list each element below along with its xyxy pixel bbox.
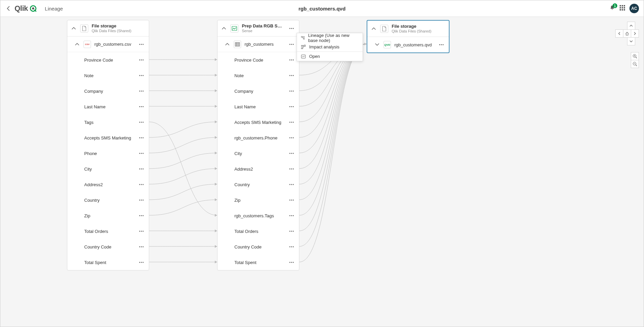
- field-name: Phone: [84, 151, 97, 156]
- more-menu-button[interactable]: [288, 243, 296, 251]
- more-menu-button[interactable]: [288, 134, 296, 142]
- svg-point-112: [443, 44, 444, 45]
- svg-point-83: [290, 137, 291, 138]
- expand-toggle[interactable]: [374, 42, 380, 48]
- app-launcher-button[interactable]: [619, 5, 625, 12]
- more-menu-button[interactable]: [137, 165, 145, 173]
- svg-point-108: [291, 262, 292, 263]
- zoom-out-icon: [632, 62, 637, 66]
- svg-rect-6: [622, 7, 623, 8]
- more-menu-button[interactable]: [137, 258, 145, 266]
- chevron-up-icon: [225, 43, 229, 46]
- more-horizontal-icon: [289, 246, 294, 247]
- more-menu-button[interactable]: [288, 227, 296, 235]
- collapse-toggle[interactable]: [71, 25, 77, 31]
- user-avatar[interactable]: AC: [629, 4, 639, 13]
- svg-point-19: [143, 75, 144, 76]
- more-menu-button[interactable]: [288, 24, 296, 32]
- more-horizontal-icon: [139, 137, 144, 138]
- logo-text: Qlik: [15, 4, 28, 13]
- table-row: QVD rgb_customers.qvd: [367, 37, 449, 52]
- more-menu-button[interactable]: [137, 87, 145, 95]
- more-menu-button[interactable]: [288, 212, 296, 220]
- field-row: Last Name: [67, 99, 149, 114]
- field-row: City: [67, 161, 149, 177]
- more-horizontal-icon: [289, 122, 294, 123]
- lineage-canvas[interactable]: File storage Qlik Data Files (Shared) cs…: [0, 17, 644, 327]
- pan-left-button[interactable]: [615, 29, 623, 38]
- field-row: Address2: [217, 161, 299, 177]
- more-menu-button[interactable]: [137, 118, 145, 126]
- more-menu-button[interactable]: [288, 87, 296, 95]
- more-menu-button[interactable]: [137, 56, 145, 64]
- pan-up-button[interactable]: [627, 22, 635, 30]
- more-menu-button[interactable]: [288, 71, 296, 80]
- collapse-toggle[interactable]: [224, 41, 230, 47]
- card-subtitle: Sense: [242, 29, 284, 33]
- field-row: Accepts SMS Marketing: [67, 130, 149, 146]
- more-menu-button[interactable]: [288, 103, 296, 111]
- more-menu-button[interactable]: [437, 41, 445, 49]
- svg-rect-118: [301, 48, 303, 49]
- notifications-button[interactable]: 1: [609, 5, 615, 12]
- field-name: Address2: [234, 167, 253, 172]
- field-row: Zip: [217, 192, 299, 208]
- svg-point-66: [291, 44, 292, 45]
- menu-item-impact-analysis[interactable]: Impact analysis: [297, 42, 363, 51]
- pan-down-button[interactable]: [627, 37, 635, 45]
- field-name: City: [84, 167, 92, 172]
- field-name: Accepts SMS Marketing: [234, 120, 281, 125]
- more-menu-button[interactable]: [137, 134, 145, 142]
- more-horizontal-icon: [289, 184, 294, 185]
- chevron-up-icon: [372, 27, 376, 30]
- svg-point-36: [141, 169, 142, 170]
- more-menu-button[interactable]: [288, 40, 296, 48]
- more-menu-button[interactable]: [137, 103, 145, 111]
- pan-right-button[interactable]: [631, 29, 639, 38]
- collapse-toggle[interactable]: [371, 26, 377, 32]
- more-menu-button[interactable]: [137, 227, 145, 235]
- svg-point-111: [441, 44, 442, 45]
- svg-point-43: [143, 200, 144, 201]
- more-menu-button[interactable]: [137, 212, 145, 220]
- field-name: Country Code: [234, 244, 261, 249]
- menu-item-lineage[interactable]: Lineage (Use as new base node): [297, 33, 363, 42]
- more-menu-button[interactable]: [137, 71, 145, 80]
- field-row: Total Orders: [217, 223, 299, 239]
- more-menu-button[interactable]: [137, 149, 145, 157]
- svg-point-100: [293, 215, 294, 216]
- field-name: rgb_customers.Phone: [234, 135, 277, 140]
- field-name: Zip: [84, 213, 90, 218]
- collapse-toggle[interactable]: [74, 41, 80, 47]
- more-menu-button[interactable]: [288, 180, 296, 189]
- more-menu-button[interactable]: [137, 40, 145, 48]
- more-menu-button[interactable]: [137, 180, 145, 189]
- table-name: rgb_customers: [245, 42, 284, 47]
- field-row: Company: [217, 83, 299, 99]
- more-menu-button[interactable]: [288, 118, 296, 126]
- more-menu-button[interactable]: [288, 165, 296, 173]
- lineage-node-file-storage-right: File storage Qlik Data Files (Shared) QV…: [367, 20, 450, 53]
- more-menu-button[interactable]: [288, 56, 296, 64]
- menu-item-open[interactable]: Open: [297, 52, 363, 61]
- svg-rect-116: [304, 45, 305, 46]
- field-row: Total Spent: [67, 255, 149, 270]
- more-horizontal-icon: [139, 75, 144, 76]
- pan-home-button[interactable]: [623, 29, 631, 38]
- more-menu-button[interactable]: [288, 196, 296, 204]
- chevron-down-icon: [375, 43, 379, 46]
- field-row: Province Code: [217, 52, 299, 68]
- svg-rect-9: [622, 9, 623, 10]
- more-menu-button[interactable]: [137, 243, 145, 251]
- more-horizontal-icon: [289, 59, 294, 61]
- back-button[interactable]: [5, 5, 12, 12]
- svg-point-76: [293, 91, 294, 92]
- svg-point-42: [141, 200, 142, 201]
- more-menu-button[interactable]: [137, 196, 145, 204]
- zoom-in-button[interactable]: [631, 52, 639, 60]
- more-menu-button[interactable]: [288, 149, 296, 157]
- more-menu-button[interactable]: [288, 258, 296, 266]
- collapse-toggle[interactable]: [221, 25, 227, 31]
- zoom-out-button[interactable]: [631, 60, 639, 68]
- svg-point-41: [139, 200, 140, 201]
